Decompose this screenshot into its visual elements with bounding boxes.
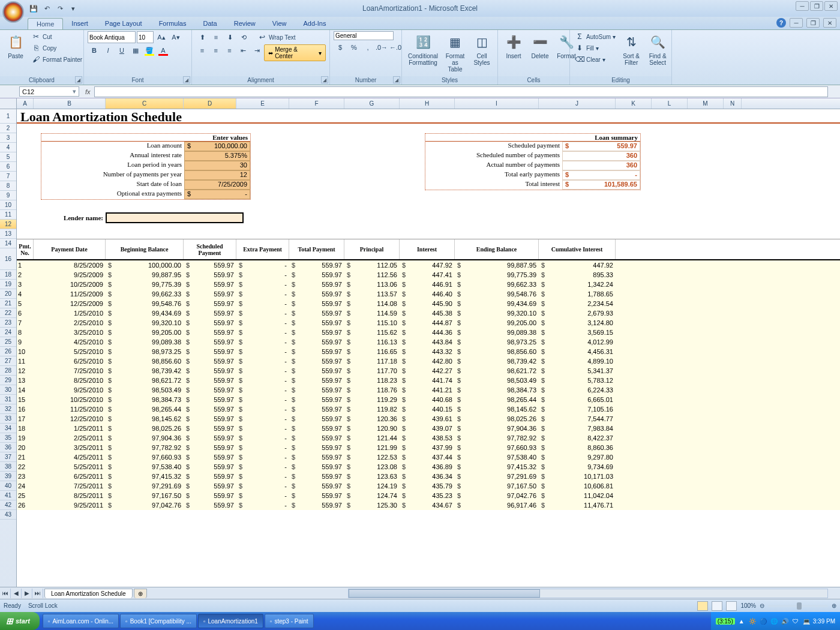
input-value-cell[interactable]: $100,000.00	[184, 142, 250, 151]
delete-cells-button[interactable]: ➖Delete	[528, 31, 552, 61]
row-header-32[interactable]: 32	[0, 404, 16, 414]
bold-button[interactable]: B	[88, 44, 101, 56]
row-header-30[interactable]: 30	[0, 385, 16, 395]
fill-color-button[interactable]: 🪣	[143, 44, 156, 56]
sheet-nav-next[interactable]: ▶	[22, 589, 32, 598]
tab-review[interactable]: Review	[226, 18, 264, 29]
row-header-37[interactable]: 37	[0, 452, 16, 462]
tray-icon[interactable]: ▲	[737, 617, 746, 625]
row-header-9[interactable]: 9	[0, 191, 16, 200]
underline-button[interactable]: U	[115, 44, 128, 56]
col-header-M[interactable]: M	[688, 98, 724, 109]
tab-formulas[interactable]: Formulas	[151, 18, 195, 29]
doc-minimize-button[interactable]: ─	[790, 18, 803, 28]
row-header-20[interactable]: 20	[0, 289, 16, 299]
autosum-button[interactable]: ΣAutoSum▾	[574, 31, 617, 42]
col-header-K[interactable]: K	[616, 98, 652, 109]
tray-icon[interactable]: 💻	[802, 617, 811, 625]
taskbar-item[interactable]: ▫AimLoan.com - Onlin...	[43, 614, 119, 628]
row-header-24[interactable]: 24	[0, 328, 16, 337]
close-button[interactable]: ✕	[824, 1, 838, 11]
input-value-cell[interactable]: 12	[184, 170, 250, 180]
shrink-font-button[interactable]: A▾	[169, 31, 182, 43]
col-header-C[interactable]: C	[106, 98, 184, 109]
restore-button[interactable]: ❐	[810, 1, 823, 11]
row-header-7[interactable]: 7	[0, 172, 16, 181]
tray-icon[interactable]: 🔆	[748, 617, 757, 625]
row-header-28[interactable]: 28	[0, 366, 16, 376]
row-header-10[interactable]: 10	[0, 200, 16, 210]
input-value-cell[interactable]: 7/25/2009	[184, 180, 250, 190]
row-header-12[interactable]: 12	[0, 220, 16, 229]
cut-button[interactable]: ✂Cut	[30, 31, 83, 42]
merge-center-button[interactable]: ⬌Merge & Center▾	[264, 44, 326, 61]
doc-close-button[interactable]: ✕	[823, 18, 836, 28]
sort-filter-button[interactable]: ⇅Sort & Filter	[619, 31, 643, 67]
align-middle-button[interactable]: ≡	[209, 31, 223, 43]
row-header-29[interactable]: 29	[0, 376, 16, 385]
tab-insert[interactable]: Insert	[63, 18, 97, 29]
row-header-1[interactable]: 1	[0, 109, 16, 124]
row-header-5[interactable]: 5	[0, 152, 16, 162]
find-select-button[interactable]: 🔍Find & Select	[646, 31, 670, 67]
formula-input[interactable]	[94, 86, 828, 97]
name-box[interactable]: C12▾	[19, 86, 79, 97]
col-header-N[interactable]: N	[724, 98, 742, 109]
font-color-button[interactable]: A	[157, 44, 170, 56]
row-header-13[interactable]: 13	[0, 229, 16, 239]
row-header-33[interactable]: 33	[0, 414, 16, 424]
increase-indent-button[interactable]: ⇥	[250, 44, 263, 56]
align-center-button[interactable]: ≡	[209, 44, 223, 56]
page-break-view-button[interactable]	[726, 601, 737, 611]
sheet-tab[interactable]: Loan Amortization Schedule	[44, 589, 133, 598]
comma-button[interactable]: ,	[361, 41, 374, 53]
alignment-launcher[interactable]: ◢	[321, 76, 328, 83]
row-header-18[interactable]: 18	[0, 270, 16, 280]
input-value-cell[interactable]: 30	[184, 161, 250, 170]
copy-button[interactable]: ⎘Copy	[30, 43, 83, 53]
clipboard-launcher[interactable]: ◢	[75, 76, 82, 83]
row-header-39[interactable]: 39	[0, 472, 16, 481]
wrap-text-button[interactable]: ↩Wrap Text	[256, 31, 297, 43]
row-header-35[interactable]: 35	[0, 433, 16, 443]
row-header-21[interactable]: 21	[0, 299, 16, 308]
taskbar-item[interactable]: ▫step3 - Paint	[265, 614, 314, 628]
tab-add-ins[interactable]: Add-Ins	[295, 18, 334, 29]
worksheet-area[interactable]: Loan Amortization ScheduleEnter valuesLo…	[17, 109, 840, 587]
undo-icon[interactable]: ↶	[42, 4, 52, 13]
col-header-G[interactable]: G	[344, 98, 400, 109]
paste-button[interactable]: 📋Paste	[4, 31, 28, 61]
format-painter-button[interactable]: 🖌Format Painter	[30, 54, 83, 65]
format-as-table-button[interactable]: ▦Format as Table	[443, 31, 467, 74]
currency-button[interactable]: $	[334, 41, 347, 53]
select-all-corner[interactable]	[0, 98, 17, 109]
input-value-cell[interactable]: $-	[184, 190, 250, 199]
help-icon[interactable]: ?	[776, 18, 786, 28]
row-header-41[interactable]: 41	[0, 491, 16, 500]
col-header-B[interactable]: B	[34, 98, 106, 109]
zoom-slider[interactable]	[768, 605, 828, 607]
col-header-E[interactable]: E	[236, 98, 289, 109]
tab-page-layout[interactable]: Page Layout	[97, 18, 151, 29]
zoom-out-button[interactable]: ⊖	[760, 602, 764, 609]
row-header-43[interactable]: 43	[0, 510, 16, 520]
normal-view-button[interactable]	[697, 601, 708, 611]
font-size-input[interactable]	[137, 31, 154, 43]
fill-button[interactable]: ⬇Fill▾	[574, 43, 617, 53]
italic-button[interactable]: I	[101, 44, 115, 56]
row-header-26[interactable]: 26	[0, 347, 16, 356]
tab-data[interactable]: Data	[194, 18, 225, 29]
clear-button[interactable]: ⌫Clear▾	[574, 54, 617, 65]
zoom-in-button[interactable]: ⊕	[832, 602, 836, 609]
decrease-indent-button[interactable]: ⇤	[236, 44, 250, 56]
row-header-31[interactable]: 31	[0, 395, 16, 404]
align-top-button[interactable]: ⬆	[196, 31, 209, 43]
row-header-42[interactable]: 42	[0, 500, 16, 510]
sheet-nav-prev[interactable]: ◀	[11, 589, 22, 598]
font-launcher[interactable]: ◢	[183, 76, 190, 83]
row-header-22[interactable]: 22	[0, 308, 16, 318]
sheet-nav-first[interactable]: ⏮	[0, 589, 11, 598]
row-header-4[interactable]: 4	[0, 143, 16, 152]
save-icon[interactable]: 💾	[29, 4, 38, 13]
percent-button[interactable]: %	[347, 41, 361, 53]
